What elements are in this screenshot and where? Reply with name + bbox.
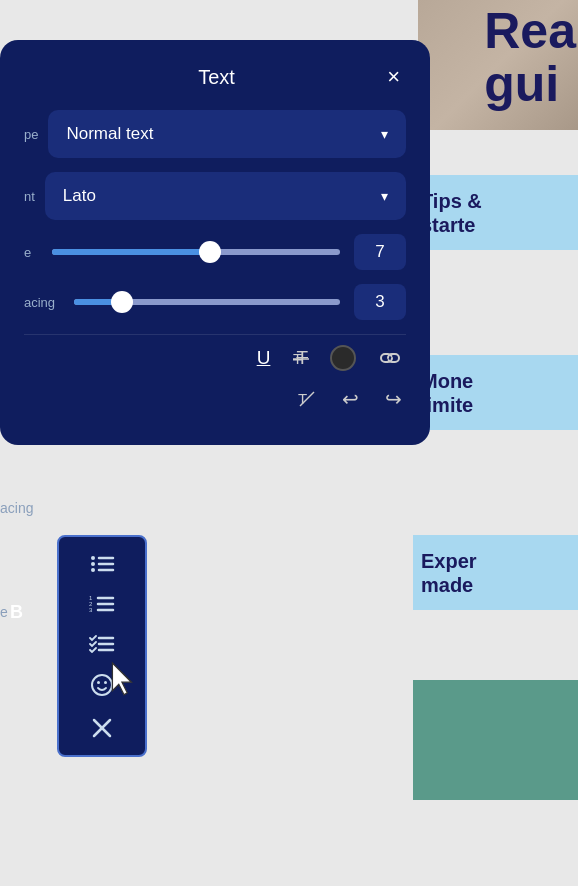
numbered-list-item[interactable]: 1 2 3	[59, 583, 145, 623]
svg-point-21	[104, 681, 107, 684]
card-expert: Exper made	[413, 535, 578, 610]
spacing-value: 3	[354, 284, 406, 320]
font-row: nt Lato ▾	[24, 172, 406, 220]
svg-point-5	[91, 562, 95, 566]
strikethrough-button[interactable]: T T	[292, 343, 312, 373]
left-panel: 1 2 3	[57, 535, 147, 757]
type-label: pe	[24, 127, 38, 142]
svg-point-20	[97, 681, 100, 684]
clear-format-button[interactable]: T	[294, 386, 320, 412]
link-button[interactable]	[374, 345, 406, 371]
underline-button[interactable]: U	[253, 343, 275, 373]
link-icon	[378, 349, 402, 367]
card-expert-text: Exper made	[421, 549, 477, 597]
font-dropdown[interactable]: Lato ▾	[45, 172, 406, 220]
size-slider[interactable]	[52, 249, 340, 255]
emoji-item[interactable]	[59, 663, 145, 707]
spacing-edge-label: acing	[0, 500, 33, 516]
size-slider-thumb[interactable]	[199, 241, 221, 263]
size-value: 7	[354, 234, 406, 270]
card-teal	[413, 680, 578, 800]
font-label: nt	[24, 189, 35, 204]
check-list-icon	[89, 633, 115, 653]
variable-icon	[91, 717, 113, 739]
spacing-slider-thumb[interactable]	[111, 291, 133, 313]
card-money: Mone limite	[413, 355, 578, 430]
check-list-item[interactable]	[59, 623, 145, 663]
bullet-list-icon	[89, 553, 115, 573]
text-type-row: pe Normal text ▾	[24, 110, 406, 158]
text-type-value: Normal text	[66, 124, 153, 144]
size-slider-fill	[52, 249, 210, 255]
card-tips-text: Tips & starte	[421, 189, 482, 237]
text-type-dropdown[interactable]: Normal text ▾	[48, 110, 406, 158]
font-arrow-icon: ▾	[381, 188, 388, 204]
clear-format-icon: T	[298, 390, 316, 408]
svg-point-19	[92, 675, 112, 695]
svg-text:3: 3	[89, 607, 93, 613]
spacing-slider[interactable]	[74, 299, 340, 305]
modal-title: Text	[52, 66, 381, 89]
variable-item[interactable]	[59, 707, 145, 749]
b-edge-label: B	[10, 602, 23, 623]
modal-header: Text ×	[24, 64, 406, 90]
svg-point-6	[91, 568, 95, 572]
toolbar-row-1: U T T	[24, 334, 406, 373]
text-type-arrow-icon: ▾	[381, 126, 388, 142]
text-modal: Text × pe Normal text ▾ nt Lato ▾ e 7	[0, 40, 430, 445]
svg-text:T: T	[293, 350, 302, 366]
bullet-list-item[interactable]	[59, 543, 145, 583]
size-label: e	[24, 245, 38, 260]
color-picker[interactable]	[330, 345, 356, 371]
strikethrough-icon: T	[293, 350, 311, 366]
font-value: Lato	[63, 186, 96, 206]
svg-point-4	[91, 556, 95, 560]
align-edge-label: e	[0, 604, 8, 620]
redo-button[interactable]: ↪	[381, 383, 406, 415]
spacing-label: acing	[24, 295, 60, 310]
card-tips: Tips & starte	[413, 175, 578, 250]
close-button[interactable]: ×	[381, 64, 406, 90]
toolbar-row-2: T ↩ ↪	[24, 383, 406, 415]
spacing-slider-row: acing 3	[24, 284, 406, 320]
bg-title: Rea gui	[484, 5, 576, 110]
numbered-list-icon: 1 2 3	[89, 593, 115, 613]
emoji-icon	[90, 673, 114, 697]
size-slider-row: e 7	[24, 234, 406, 270]
undo-button[interactable]: ↩	[338, 383, 363, 415]
